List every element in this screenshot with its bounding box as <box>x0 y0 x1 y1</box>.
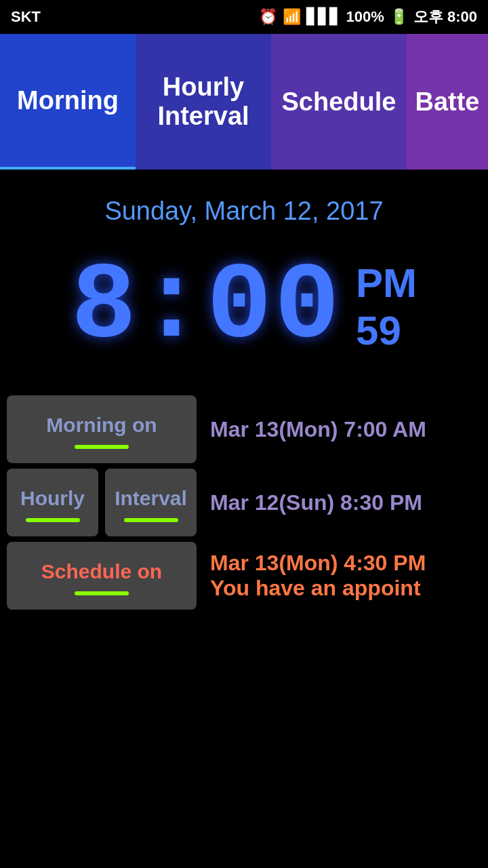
carrier-label: SKT <box>11 8 41 26</box>
schedule-info-time: Mar 13(Mon) 4:30 PM <box>203 551 426 576</box>
clock-container: 8:00 PM 59 <box>0 239 488 389</box>
battery-icon: 🔋 <box>390 8 408 26</box>
interval-label: Interval <box>115 487 187 510</box>
alarm-row-morning: Morning on Mar 13(Mon) 7:00 AM <box>7 395 481 463</box>
wifi-icon: 📶 <box>283 8 301 26</box>
battery-label: 100% <box>346 8 384 26</box>
alarm-row-schedule: Schedule on Mar 13(Mon) 4:30 PM You have… <box>7 542 481 610</box>
hourly-indicator <box>26 518 80 522</box>
clock-secondary: PM 59 <box>356 263 417 351</box>
time-label: 오후 8:00 <box>413 7 477 27</box>
status-right: ⏰ 📶 ▋▋▋ 100% 🔋 오후 8:00 <box>259 7 477 27</box>
interval-indicator <box>124 518 178 522</box>
alarms-section: Morning on Mar 13(Mon) 7:00 AM Hourly In… <box>0 389 488 616</box>
signal-icon: ▋▋▋ <box>306 8 341 26</box>
alarm-row-hourly: Hourly Interval Mar 12(Sun) 8:30 PM <box>7 469 481 536</box>
hourly-button[interactable]: Hourly <box>7 469 98 536</box>
morning-on-info: Mar 13(Mon) 7:00 AM <box>203 417 481 442</box>
schedule-on-indicator <box>75 591 129 595</box>
alarm-icon: ⏰ <box>259 8 277 26</box>
schedule-info-text: You have an appoint <box>203 576 426 601</box>
interval-button[interactable]: Interval <box>105 469 197 536</box>
status-bar: SKT ⏰ 📶 ▋▋▋ 100% 🔋 오후 8:00 <box>0 0 488 34</box>
schedule-on-button[interactable]: Schedule on <box>7 542 197 610</box>
schedule-info-block: Mar 13(Mon) 4:30 PM You have an appoint <box>203 551 426 601</box>
morning-on-button[interactable]: Morning on <box>7 395 197 463</box>
clock-main: 8:00 <box>71 253 342 361</box>
tabs: Morning Hourly Interval Schedule Batte <box>0 34 488 170</box>
schedule-on-label: Schedule on <box>41 560 162 583</box>
hourly-info: Mar 12(Sun) 8:30 PM <box>203 490 481 515</box>
tab-hourly-interval[interactable]: Hourly Interval <box>136 34 271 170</box>
date-display: Sunday, March 12, 2017 <box>0 170 488 239</box>
tab-battery[interactable]: Batte <box>407 34 488 170</box>
clock-ampm: PM <box>356 263 417 304</box>
tab-morning[interactable]: Morning <box>0 34 136 170</box>
clock-seconds: 59 <box>356 311 401 351</box>
hourly-label: Hourly <box>20 487 85 510</box>
tab-schedule[interactable]: Schedule <box>271 34 407 170</box>
morning-on-label: Morning on <box>46 414 157 437</box>
morning-on-indicator <box>75 445 129 449</box>
